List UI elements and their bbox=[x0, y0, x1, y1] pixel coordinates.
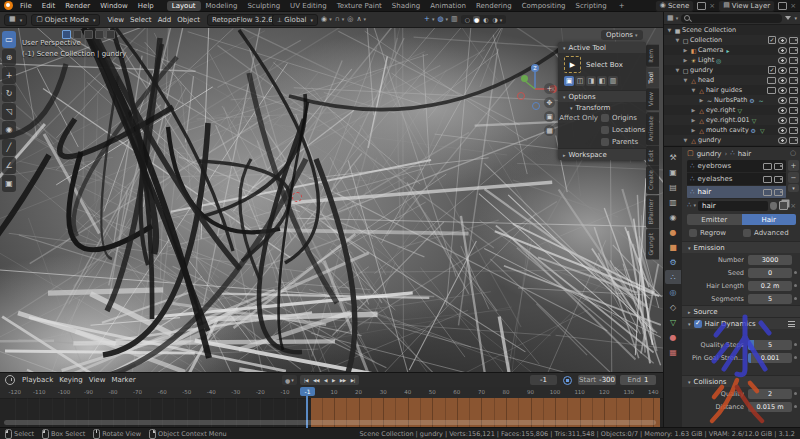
disclosure-icon[interactable]: ▶ bbox=[690, 117, 697, 123]
specials-dropdown-icon[interactable]: ▾ bbox=[788, 184, 799, 192]
menu-edit[interactable]: Edit bbox=[37, 2, 61, 10]
screen-toggle-icon[interactable] bbox=[767, 87, 776, 94]
checkbox-parents[interactable] bbox=[601, 138, 609, 146]
camera-toggle-icon[interactable] bbox=[789, 47, 798, 54]
properties-tab-material[interactable]: ● bbox=[665, 330, 681, 344]
properties-tab-scene[interactable]: ◉ bbox=[665, 210, 681, 224]
show-overlays-icon[interactable]: ◍ bbox=[437, 16, 448, 23]
outliner-row-light[interactable]: ▶☀Light◎ bbox=[664, 55, 800, 65]
blender-logo-icon[interactable] bbox=[4, 1, 13, 10]
animate-dot[interactable] bbox=[792, 297, 798, 300]
eye-toggle-icon[interactable] bbox=[778, 37, 787, 44]
checkbox-locations[interactable] bbox=[601, 126, 609, 134]
shading-solid-icon[interactable]: ● bbox=[473, 16, 480, 23]
tool-transform[interactable]: ◉ bbox=[2, 121, 16, 138]
property-field-quality-steps[interactable]: 5 bbox=[748, 340, 792, 350]
animate-dot[interactable] bbox=[792, 284, 798, 287]
quick-tool-icon-2[interactable] bbox=[84, 30, 93, 39]
animate-dot[interactable] bbox=[792, 271, 798, 274]
camera-toggle-icon[interactable] bbox=[789, 137, 798, 144]
perspective-toggle-icon[interactable]: ▦ bbox=[544, 125, 555, 136]
unlink-settings-icon[interactable]: × bbox=[790, 202, 796, 210]
property-field-distance[interactable]: 0.015 m bbox=[748, 402, 792, 412]
presets-icon[interactable] bbox=[788, 321, 795, 327]
property-field-pin-goal-stren-[interactable]: 0.001 bbox=[748, 353, 792, 363]
quick-tool-icon-4[interactable] bbox=[106, 30, 115, 39]
select-mode-new[interactable]: ▣ bbox=[564, 76, 574, 86]
disclosure-icon[interactable]: ▶ bbox=[698, 97, 705, 103]
breadcrumb-data[interactable]: hair bbox=[738, 150, 752, 158]
gizmo-y-axis[interactable] bbox=[521, 75, 528, 82]
transform-subpanel-header[interactable]: ▾Transform bbox=[558, 102, 646, 112]
camera-toggle-icon[interactable] bbox=[789, 57, 798, 64]
menu-help[interactable]: Help bbox=[133, 2, 159, 10]
type-toggle-hair[interactable]: Hair bbox=[742, 214, 797, 225]
eye-toggle-icon[interactable] bbox=[778, 137, 787, 144]
eye-toggle-icon[interactable] bbox=[778, 117, 787, 124]
exclude-checkbox-toggle-icon[interactable] bbox=[768, 36, 776, 44]
animate-dot[interactable] bbox=[792, 356, 798, 359]
outliner-row-scene-collection[interactable]: ▼▦Scene Collection bbox=[664, 25, 800, 35]
outliner-row-collection[interactable]: ▼▢Collection bbox=[664, 35, 800, 45]
gizmo-z-axis[interactable]: Z bbox=[531, 64, 539, 72]
property-field-number[interactable]: 3000 bbox=[748, 255, 792, 265]
properties-tab-modifiers[interactable]: ⚙ bbox=[665, 255, 681, 269]
workspace-tab-shading[interactable]: Shading bbox=[387, 1, 425, 11]
viewport-menu-add[interactable]: Add bbox=[155, 16, 175, 24]
properties-tab-output[interactable]: ▤ bbox=[665, 180, 681, 194]
gizmo-neg-x-axis[interactable] bbox=[517, 92, 525, 100]
outliner-row-camera[interactable]: ▶◧Camera▸ bbox=[664, 45, 800, 55]
viewport-menu-view[interactable]: View bbox=[104, 16, 127, 24]
outliner-row-head[interactable]: ▼△head bbox=[664, 75, 800, 85]
play-button[interactable]: ▶ bbox=[330, 378, 337, 383]
properties-tab-texture[interactable]: ▦ bbox=[665, 345, 681, 359]
timeline-menu-view[interactable]: View bbox=[86, 376, 109, 384]
workspace-tab-rendering[interactable]: Rendering bbox=[471, 1, 517, 11]
select-mode-extend[interactable]: ◫ bbox=[575, 76, 585, 86]
gizmo-neg-z-axis[interactable] bbox=[532, 102, 540, 110]
viewport-toggle-icon[interactable] bbox=[763, 176, 772, 183]
camera-view-icon[interactable]: ▣ bbox=[544, 111, 555, 122]
camera-toggle-icon[interactable] bbox=[789, 117, 798, 124]
shading-rendered-icon[interactable]: ◑ bbox=[491, 16, 503, 23]
shading-wireframe-icon[interactable]: ○ bbox=[464, 16, 471, 23]
properties-tab-particles[interactable]: ∴ bbox=[665, 270, 681, 284]
new-scene-icon[interactable] bbox=[697, 2, 706, 10]
timeline-menu-marker[interactable]: Marker bbox=[108, 376, 138, 384]
select-mode-intersect[interactable]: ▥ bbox=[608, 76, 618, 86]
panel-header-collisions[interactable]: ▾Collisions bbox=[682, 375, 800, 387]
pivot-point-dropdown[interactable]: ◉ bbox=[321, 16, 332, 23]
viewport-canvas[interactable]: ▭⊕+↻◹◉╱∠▣ User Perspective (-1) Scene Co… bbox=[0, 28, 663, 372]
outliner-row-eye-right[interactable]: ▶△eye.right▽ bbox=[664, 105, 800, 115]
properties-tab-object-data[interactable]: ▽ bbox=[665, 315, 681, 329]
scene-selector[interactable]: ◉ Scene bbox=[655, 0, 694, 12]
menu-render[interactable]: Render bbox=[60, 2, 95, 10]
camera-toggle-icon[interactable] bbox=[789, 77, 798, 84]
disclosure-icon[interactable]: ▼ bbox=[674, 67, 681, 73]
disclosure-icon[interactable]: ▼ bbox=[674, 37, 681, 43]
options-dropdown[interactable]: Options bbox=[601, 30, 643, 40]
outliner-row-eye-right-001[interactable]: ▶△eye.right.001▽ bbox=[664, 115, 800, 125]
viewport-menu-object[interactable]: Object bbox=[174, 16, 203, 24]
sidebar-tab-tool[interactable]: Tool bbox=[646, 68, 659, 88]
checkbox-advanced[interactable] bbox=[743, 229, 751, 237]
tool-cursor[interactable]: ⊕ bbox=[2, 49, 16, 66]
unlink-scene-icon[interactable]: × bbox=[709, 2, 715, 10]
filter-dropdown-icon[interactable]: ▾ bbox=[794, 15, 797, 21]
property-field-quality[interactable]: 2 bbox=[748, 389, 792, 399]
property-field-seed[interactable]: 0 bbox=[748, 268, 792, 278]
workspace-tab-scripting[interactable]: Scripting bbox=[571, 1, 612, 11]
copy-settings-icon[interactable] bbox=[779, 201, 788, 210]
checkbox-origins[interactable] bbox=[601, 114, 609, 122]
workspace-tab-compositing[interactable]: Compositing bbox=[517, 1, 571, 11]
viewport-toggle-icon[interactable] bbox=[763, 189, 772, 196]
xray-toggle-icon[interactable]: ▥ bbox=[451, 16, 458, 23]
eye-toggle-icon[interactable] bbox=[778, 87, 787, 94]
outliner-row-nurbspath[interactable]: ▶~NurbsPath⚙~ bbox=[664, 95, 800, 105]
next-keyframe-button[interactable]: ▶▶ bbox=[338, 378, 348, 383]
panel-header-source[interactable]: ▸Source bbox=[682, 305, 800, 317]
tool-annotate[interactable]: ╱ bbox=[2, 139, 16, 156]
select-mode-subtract[interactable]: ◨ bbox=[586, 76, 596, 86]
screen-toggle-icon[interactable] bbox=[767, 77, 776, 84]
quick-tool-icon-3[interactable] bbox=[95, 30, 104, 39]
